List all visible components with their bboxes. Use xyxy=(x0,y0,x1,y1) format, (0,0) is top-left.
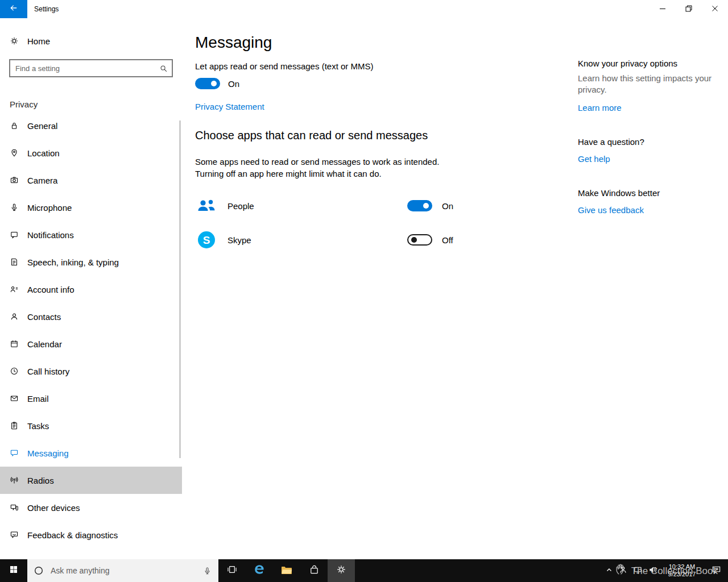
learn-more-link[interactable]: Learn more xyxy=(578,103,622,113)
account-info-icon xyxy=(10,285,19,294)
sidebar-item-account-info[interactable]: Account info xyxy=(0,276,182,303)
sidebar-scrollbar[interactable] xyxy=(179,120,181,458)
sidebar-item-general[interactable]: General xyxy=(0,112,182,139)
sidebar-item-label: Call history xyxy=(27,367,69,376)
page-title: Messaging xyxy=(195,33,564,52)
system-tray: 10:32 AM 9/23/2017 xyxy=(603,559,728,582)
home-label: Home xyxy=(27,36,50,46)
edge-button[interactable] xyxy=(246,559,273,582)
sidebar-item-feedback-diagnostics[interactable]: Feedback & diagnostics xyxy=(0,521,182,548)
sidebar-item-label: Notifications xyxy=(27,230,74,240)
sidebar-item-location[interactable]: Location xyxy=(0,139,182,167)
minimize-button[interactable] xyxy=(650,0,676,18)
contacts-icon xyxy=(10,312,19,321)
sidebar-item-label: Camera xyxy=(27,176,57,185)
sidebar-item-label: Tasks xyxy=(27,421,49,431)
titlebar: Settings xyxy=(0,0,728,18)
apps-section-title: Choose apps that can read or send messag… xyxy=(195,129,564,142)
people-toggle[interactable] xyxy=(407,200,432,211)
taskbar-mic-icon[interactable] xyxy=(203,567,212,575)
chevron-up-icon xyxy=(606,566,613,576)
network-button[interactable] xyxy=(630,559,645,582)
sidebar-item-email[interactable]: Email xyxy=(0,385,182,412)
people-app-icon xyxy=(195,194,218,217)
sidebar-item-label: Speech, inking, & typing xyxy=(27,257,119,267)
app-row-people: People On xyxy=(195,194,462,217)
skype-letter: S xyxy=(203,234,210,246)
master-toggle-label: Let apps read or send messages (text or … xyxy=(195,61,564,71)
action-center-button[interactable] xyxy=(704,559,728,582)
feedback-title: Make Windows better xyxy=(578,188,714,198)
person-icon xyxy=(619,566,627,576)
cortana-search-box[interactable] xyxy=(27,559,218,582)
sidebar-item-tasks[interactable]: Tasks xyxy=(0,412,182,439)
sidebar-item-call-history[interactable]: Call history xyxy=(0,357,182,385)
skype-app-icon: S xyxy=(195,228,218,251)
clock-time: 10:32 AM xyxy=(669,563,695,571)
volume-button[interactable] xyxy=(645,559,660,582)
sidebar-item-label: Radios xyxy=(27,476,54,485)
sidebar-item-microphone[interactable]: Microphone xyxy=(0,194,182,221)
minimize-icon xyxy=(659,4,666,14)
sidebar-item-camera[interactable]: Camera xyxy=(0,167,182,194)
taskbar-clock[interactable]: 10:32 AM 9/23/2017 xyxy=(660,559,704,582)
sidebar-item-label: Feedback & diagnostics xyxy=(27,530,118,540)
search-icon[interactable] xyxy=(155,64,172,73)
settings-gear-icon xyxy=(336,564,346,577)
sidebar-item-calendar[interactable]: Calendar xyxy=(0,330,182,357)
call-history-icon xyxy=(10,367,19,376)
location-icon xyxy=(10,148,19,157)
restore-button[interactable] xyxy=(676,0,702,18)
question-title: Have a question? xyxy=(578,137,714,147)
sidebar-item-other-devices[interactable]: Other devices xyxy=(0,494,182,521)
back-arrow-icon xyxy=(9,3,18,15)
app-row-skype: S Skype Off xyxy=(195,228,462,251)
cortana-icon xyxy=(34,566,44,576)
notifications-icon xyxy=(10,230,19,239)
privacy-statement-link[interactable]: Privacy Statement xyxy=(195,102,264,111)
restore-icon xyxy=(685,4,692,14)
skype-toggle[interactable] xyxy=(407,234,432,246)
tray-expand-button[interactable] xyxy=(603,559,615,582)
sidebar-item-label: Location xyxy=(27,148,60,158)
sidebar-item-label: General xyxy=(27,121,57,131)
back-button[interactable] xyxy=(0,0,27,18)
edge-icon xyxy=(253,563,266,578)
close-button[interactable] xyxy=(702,0,728,18)
settings-search-input[interactable] xyxy=(10,60,155,76)
sidebar-item-label: Messaging xyxy=(27,448,69,458)
task-view-button[interactable] xyxy=(218,559,246,582)
sidebar-item-notifications[interactable]: Notifications xyxy=(0,221,182,248)
settings-window: Settings Home Privacy General xyxy=(0,0,728,582)
get-help-link[interactable]: Get help xyxy=(578,154,610,164)
app-name: People xyxy=(228,201,407,211)
app-body: Home Privacy General Location Camera xyxy=(0,18,728,559)
apps-section-description: Some apps need to read or send messages … xyxy=(195,156,451,180)
store-button[interactable] xyxy=(300,559,328,582)
sidebar-item-contacts[interactable]: Contacts xyxy=(0,303,182,330)
help-column: Know your privacy options Learn how this… xyxy=(578,18,728,559)
start-button[interactable] xyxy=(0,559,27,582)
sidebar-item-home[interactable]: Home xyxy=(0,30,182,52)
privacy-options-block: Know your privacy options Learn how this… xyxy=(578,59,714,113)
window-controls xyxy=(650,0,728,18)
app-name: Skype xyxy=(228,235,407,245)
task-view-icon xyxy=(227,564,237,577)
give-feedback-link[interactable]: Give us feedback xyxy=(578,205,644,215)
taskbar-search-input[interactable] xyxy=(51,566,201,575)
sidebar-item-label: Other devices xyxy=(27,503,80,513)
lock-icon xyxy=(10,121,19,130)
messaging-master-toggle[interactable] xyxy=(195,78,220,89)
file-explorer-button[interactable] xyxy=(273,559,300,582)
settings-app-button[interactable] xyxy=(328,559,355,582)
sidebar-item-radios[interactable]: Radios xyxy=(0,467,182,494)
sidebar-item-label: Contacts xyxy=(27,312,61,322)
clock-date: 9/23/2017 xyxy=(668,571,696,578)
sidebar-item-speech-inking-typing[interactable]: Speech, inking, & typing xyxy=(0,248,182,276)
sidebar-item-messaging[interactable]: Messaging xyxy=(0,439,182,467)
network-icon xyxy=(634,566,642,576)
speech-inking-icon xyxy=(10,257,19,267)
feedback-block: Make Windows better Give us feedback xyxy=(578,188,714,215)
tray-people-button[interactable] xyxy=(615,559,630,582)
main-content: Messaging Let apps read or send messages… xyxy=(182,18,578,559)
